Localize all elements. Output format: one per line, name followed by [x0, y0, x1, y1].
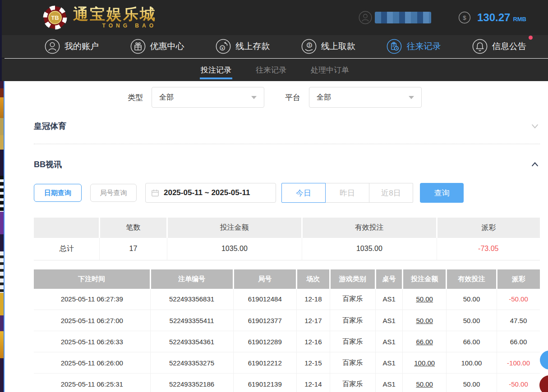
deposit-icon: ¥	[216, 39, 231, 54]
platform-select[interactable]: 全部	[309, 87, 422, 108]
order-id: 522493354361	[150, 331, 233, 352]
round-id: 619012377	[233, 310, 296, 331]
calendar-icon	[151, 189, 159, 197]
section-bb-video[interactable]: BB视讯	[34, 159, 540, 170]
chevron-down-icon	[251, 96, 257, 99]
user-icon	[45, 39, 60, 54]
bet-table-header-row: 下注时间 注单编号 局号 场次 游戏类别 桌号 投注金额 有效投注 派彩	[34, 269, 540, 289]
col-round-id: 局号	[233, 269, 296, 289]
game-type: 百家乐	[330, 331, 375, 352]
nav-label: 我的账户	[64, 41, 99, 52]
payout: -50.00	[497, 289, 540, 310]
query-bar: 日期查询 局号查询 2025-05-11 ~ 2025-05-11 今日 昨日 …	[34, 183, 540, 203]
section-title: 皇冠体育	[34, 121, 66, 132]
last-8-days-button[interactable]: 近8日	[369, 183, 413, 203]
tab-transaction-records[interactable]: 往来记录	[255, 59, 287, 81]
balance-currency: RMB	[513, 16, 526, 23]
bet-amount-link[interactable]: 66.00	[403, 331, 446, 352]
table-id: AS1	[375, 289, 403, 310]
user-account[interactable]	[359, 11, 431, 24]
order-id: 522493352186	[150, 374, 233, 392]
nav-item-announcements[interactable]: 信息公告	[472, 39, 526, 54]
nav-label: 优惠中心	[150, 41, 184, 52]
round-id: 619012212	[233, 352, 296, 374]
session: 12-14	[296, 374, 330, 392]
bet-time: 2025-05-11 06:25:31	[34, 374, 150, 392]
yesterday-button[interactable]: 昨日	[325, 183, 369, 203]
table-id: AS1	[375, 352, 403, 374]
date-query-button[interactable]: 日期查询	[34, 184, 82, 202]
table-id: AS1	[375, 310, 403, 331]
username-blurred	[375, 12, 431, 23]
session: 12-17	[296, 310, 330, 331]
session: 12-16	[296, 331, 330, 352]
table-row: 2025-05-11 06:27:00 522493355411 6190123…	[34, 310, 540, 331]
summary-total-row: 总计 17 1035.00 1035.00 -73.05	[34, 238, 540, 260]
search-button[interactable]: 查询	[420, 183, 464, 203]
order-id: 522493356831	[150, 289, 233, 310]
col-order-id: 注单编号	[150, 269, 233, 289]
round-id: 619012139	[233, 374, 296, 392]
game-type: 百家乐	[330, 289, 375, 310]
summary-table: 笔数 投注金额 有效投注 派彩 总计 17 1035.00 1035.00 -7…	[34, 218, 540, 260]
main-nav: 我的账户 优惠中心 ¥ 线上存款 $ 线上取款	[2, 35, 548, 58]
round-query-button[interactable]: 局号查询	[90, 184, 137, 202]
payout: -100.00	[497, 352, 540, 374]
summary-valid-bet: 1035.00	[302, 238, 437, 260]
valid-bet: 66.00	[446, 331, 497, 352]
round-id: 619012289	[233, 331, 296, 352]
type-select-value: 全部	[159, 93, 174, 102]
table-id: AS1	[375, 374, 403, 392]
top-header: TB 通宝娱乐城 TONG BAO $ 130.27 RMB	[2, 0, 548, 35]
chevron-up-icon[interactable]	[530, 160, 540, 169]
order-id: 522493355411	[150, 310, 233, 331]
table-row: 2025-05-11 06:26:00 522493353275 6190122…	[34, 352, 540, 374]
chevron-down-icon	[409, 96, 414, 99]
bet-amount-link[interactable]: 50.00	[403, 289, 446, 310]
date-range-input[interactable]: 2025-05-11 ~ 2025-05-11	[145, 183, 276, 203]
tab-pending-orders[interactable]: 处理中订单	[310, 59, 350, 81]
valid-bet: 50.00	[446, 289, 497, 310]
svg-text:$: $	[463, 14, 466, 21]
brand-logo[interactable]: TB 通宝娱乐城 TONG BAO	[42, 5, 157, 30]
bet-amount-link[interactable]: 50.00	[403, 310, 446, 331]
nav-label: 线上取款	[321, 41, 355, 52]
bet-time: 2025-05-11 06:26:33	[34, 331, 150, 352]
chevron-down-icon[interactable]	[530, 121, 540, 131]
section-title: BB视讯	[34, 159, 62, 170]
type-select[interactable]: 全部	[152, 87, 264, 108]
nav-item-deposit[interactable]: ¥ 线上存款	[216, 39, 270, 54]
bet-amount-link[interactable]: 50.00	[403, 374, 446, 392]
bet-amount-link[interactable]: 100.00	[403, 352, 446, 374]
col-bet-time: 下注时间	[34, 269, 150, 289]
withdraw-icon: $	[301, 39, 317, 54]
col-game-type: 游戏类别	[330, 269, 375, 289]
table-row: 2025-05-11 06:25:31 522493352186 6190121…	[34, 374, 540, 392]
game-type: 百家乐	[330, 310, 375, 331]
summary-payout: -73.05	[437, 238, 540, 260]
nav-item-transaction-records[interactable]: 往来记录	[387, 39, 441, 54]
bell-icon	[472, 39, 488, 54]
platform-filter-label: 平台	[285, 92, 300, 103]
summary-count: 17	[100, 238, 167, 260]
section-crown-sports[interactable]: 皇冠体育	[34, 121, 540, 132]
payout: -50.00	[497, 374, 540, 392]
nav-item-withdraw[interactable]: $ 线上取款	[301, 39, 355, 54]
platform-select-value: 全部	[317, 93, 331, 102]
tab-bet-records[interactable]: 投注记录	[200, 59, 232, 81]
round-id: 619012484	[233, 289, 296, 310]
session: 12-15	[296, 352, 330, 374]
notification-badge	[529, 36, 533, 40]
nav-label: 信息公告	[492, 41, 526, 52]
date-range-value: 2025-05-11 ~ 2025-05-11	[164, 188, 250, 197]
summary-header-row: 笔数 投注金额 有效投注 派彩	[34, 218, 540, 238]
nav-item-promotions[interactable]: 优惠中心	[130, 39, 184, 54]
nav-item-my-account[interactable]: 我的账户	[45, 39, 99, 54]
table-row: 2025-05-11 06:27:39 522493356831 6190124…	[34, 289, 540, 310]
user-avatar-icon	[359, 11, 372, 24]
nav-label: 往来记录	[406, 41, 441, 52]
today-button[interactable]: 今日	[281, 183, 326, 203]
brand-name-en: TONG BAO	[102, 23, 157, 29]
section-divider	[34, 144, 540, 144]
svg-text:¥: ¥	[221, 46, 224, 50]
